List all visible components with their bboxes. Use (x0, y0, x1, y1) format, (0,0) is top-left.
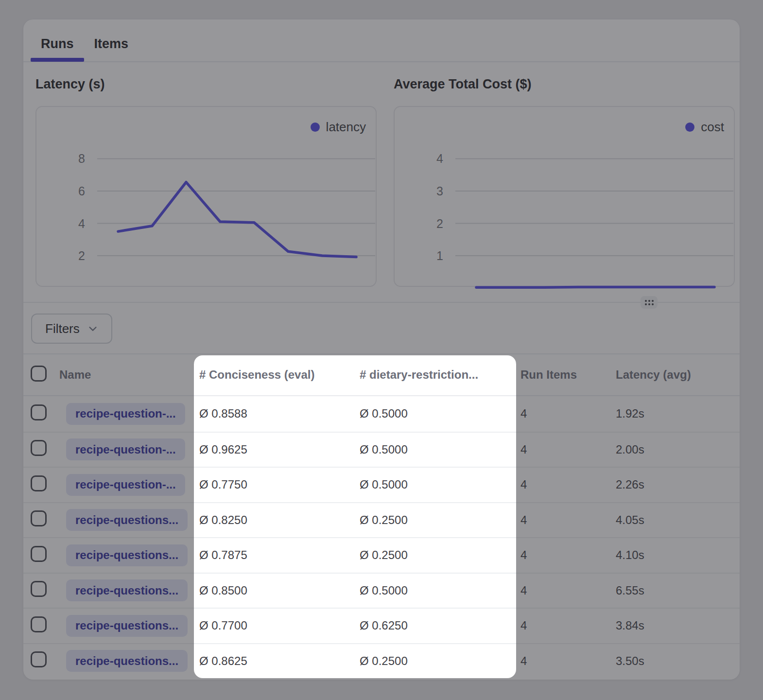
latency-legend-label: latency (326, 120, 366, 135)
dietary-score-cell: Ø 0.2500 (358, 513, 516, 527)
latency-avg-cell: 3.50s (611, 654, 740, 668)
latency-avg-cell: 3.84s (611, 619, 740, 632)
table-row[interactable]: recipe-questions...Ø 0.7875Ø 0.250044.10… (23, 537, 740, 573)
table-row[interactable]: recipe-questions...Ø 0.8625Ø 0.250043.50… (23, 643, 740, 679)
row-checkbox-cell (23, 404, 58, 423)
table-body: recipe-question-...Ø 0.8588Ø 0.500041.92… (23, 396, 740, 678)
tab-bar: Runs Items (23, 19, 740, 62)
svg-text:1: 1 (436, 249, 443, 262)
row-checkbox[interactable] (31, 510, 47, 526)
dietary-score-cell: Ø 0.2500 (358, 654, 516, 668)
run-items-cell: 4 (516, 443, 611, 456)
row-checkbox-cell (23, 510, 58, 529)
column-header-dietary-restriction: # dietary-restriction... (358, 368, 516, 382)
dietary-score-cell: Ø 0.5000 (358, 407, 516, 420)
runs-table: Name # Conciseness (eval) # dietary-rest… (23, 353, 740, 678)
run-name-cell: recipe-questions... (58, 544, 194, 566)
run-name-cell: recipe-question-... (58, 474, 194, 496)
row-checkbox[interactable] (31, 475, 47, 491)
svg-text:2: 2 (436, 217, 443, 230)
run-name-badge[interactable]: recipe-question-... (66, 474, 185, 496)
tab-items[interactable]: Items (84, 26, 139, 62)
select-all-checkbox[interactable] (31, 366, 47, 382)
column-header-conciseness: # Conciseness (eval) (194, 368, 358, 382)
tab-runs[interactable]: Runs (31, 26, 84, 62)
run-name-badge[interactable]: recipe-question-... (66, 403, 185, 425)
latency-chart-panel: 8642 latency (35, 106, 377, 287)
row-checkbox-cell (23, 440, 58, 459)
run-items-cell: 4 (516, 407, 611, 420)
row-checkbox-cell (23, 651, 58, 670)
row-checkbox-cell (23, 475, 58, 494)
latency-avg-cell: 2.26s (611, 478, 740, 491)
conciseness-score-cell: Ø 0.7750 (194, 478, 358, 491)
dietary-score-cell: Ø 0.5000 (358, 478, 516, 491)
table-row[interactable]: recipe-questions...Ø 0.8250Ø 0.250044.05… (23, 502, 740, 538)
row-checkbox[interactable] (31, 616, 47, 632)
run-name-cell: recipe-questions... (58, 615, 194, 637)
table-row[interactable]: recipe-question-...Ø 0.9625Ø 0.500042.00… (23, 432, 740, 467)
latency-legend-dot-icon (311, 122, 320, 132)
dietary-score-cell: Ø 0.6250 (358, 619, 516, 632)
latency-avg-cell: 1.92s (611, 407, 740, 420)
run-name-badge[interactable]: recipe-questions... (66, 544, 188, 566)
cost-chart-panel: 4321 cost (394, 106, 735, 287)
column-header-name: Name (58, 368, 194, 382)
table-row[interactable]: recipe-question-...Ø 0.7750Ø 0.500042.26… (23, 467, 740, 502)
svg-text:8: 8 (78, 152, 85, 165)
row-checkbox[interactable] (31, 581, 47, 597)
row-checkbox[interactable] (31, 651, 47, 667)
svg-text:6: 6 (78, 184, 85, 198)
runs-dashboard-card: Runs Items Latency (s) 8642 latency Aver… (23, 19, 740, 680)
run-items-cell: 4 (516, 619, 611, 632)
filters-button[interactable]: Filters (31, 314, 112, 344)
svg-text:2: 2 (78, 249, 85, 262)
table-row[interactable]: recipe-question-...Ø 0.8588Ø 0.500041.92… (23, 396, 740, 432)
run-name-cell: recipe-question-... (58, 403, 194, 425)
run-name-badge[interactable]: recipe-questions... (66, 650, 188, 672)
latency-avg-cell: 2.00s (611, 443, 740, 456)
run-name-badge[interactable]: recipe-questions... (66, 615, 188, 637)
chevron-down-icon (87, 323, 98, 334)
row-checkbox[interactable] (31, 404, 47, 420)
row-checkbox-cell (23, 581, 58, 600)
svg-text:4: 4 (78, 217, 85, 230)
cost-legend-dot-icon (685, 122, 694, 132)
row-checkbox-cell (23, 616, 58, 635)
latency-chart-block: Latency (s) 8642 latency (35, 77, 377, 287)
dietary-score-cell: Ø 0.5000 (358, 443, 516, 456)
latency-legend: latency (311, 120, 366, 135)
run-items-cell: 4 (516, 513, 611, 527)
conciseness-score-cell: Ø 0.9625 (194, 443, 358, 456)
svg-text:3: 3 (436, 184, 443, 198)
cost-legend-label: cost (701, 120, 724, 135)
run-items-cell: 4 (516, 478, 611, 491)
latency-chart-title: Latency (s) (35, 77, 377, 93)
cost-chart-block: Average Total Cost ($) 4321 cost (394, 77, 735, 287)
run-name-badge[interactable]: recipe-questions... (66, 579, 188, 601)
conciseness-score-cell: Ø 0.7875 (194, 548, 358, 562)
charts-table-divider (23, 302, 740, 303)
conciseness-score-cell: Ø 0.8588 (194, 407, 358, 420)
run-name-cell: recipe-questions... (58, 650, 194, 672)
column-header-run-items: Run Items (516, 368, 611, 382)
column-header-latency-avg: Latency (avg) (611, 368, 740, 382)
row-checkbox[interactable] (31, 440, 47, 456)
run-name-cell: recipe-questions... (58, 579, 194, 601)
conciseness-score-cell: Ø 0.8625 (194, 654, 358, 668)
row-checkbox[interactable] (31, 546, 47, 562)
conciseness-score-cell: Ø 0.7700 (194, 619, 358, 632)
dietary-score-cell: Ø 0.5000 (358, 584, 516, 597)
svg-text:4: 4 (436, 152, 443, 165)
cost-line-chart: 4321 (395, 107, 736, 288)
resize-drag-handle[interactable] (641, 296, 658, 309)
run-name-cell: recipe-questions... (58, 509, 194, 531)
run-name-badge[interactable]: recipe-question-... (66, 438, 185, 460)
run-name-badge[interactable]: recipe-questions... (66, 509, 188, 531)
run-items-cell: 4 (516, 548, 611, 562)
latency-avg-cell: 4.10s (611, 548, 740, 562)
table-header-row: Name # Conciseness (eval) # dietary-rest… (23, 353, 740, 396)
table-row[interactable]: recipe-questions...Ø 0.8500Ø 0.500046.55… (23, 573, 740, 608)
cost-legend: cost (685, 120, 724, 135)
table-row[interactable]: recipe-questions...Ø 0.7700Ø 0.625043.84… (23, 608, 740, 643)
